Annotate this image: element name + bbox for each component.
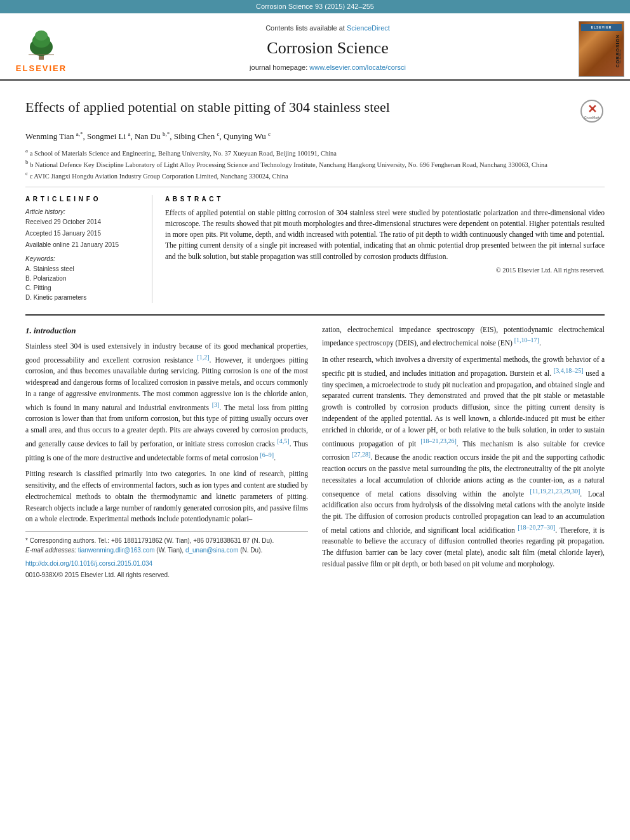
journal-header: ELSEVIER Contents lists available at Sci… — [0, 13, 630, 81]
elsevier-tree-icon — [16, 23, 67, 61]
body-para-1: Stainless steel 304 is used extensively … — [25, 341, 308, 463]
body-para-3: zation, electrochemical impedance spectr… — [322, 324, 605, 349]
online-date: Available online 21 January 2015 — [25, 241, 143, 250]
body-two-col: 1. introduction Stainless steel 304 is u… — [25, 324, 605, 580]
copyright-line: © 2015 Elsevier Ltd. All rights reserved… — [165, 266, 605, 276]
journal-title: Corrosion Science — [267, 37, 388, 60]
issn-line: 0010-938X/© 2015 Elsevier Ltd. All right… — [25, 570, 308, 580]
abstract-title: A B S T R A C T — [165, 195, 605, 204]
footnote-email: E-mail addresses: tianwenming.dlir@163.c… — [25, 545, 308, 555]
footnote-email-label: E-mail addresses: — [25, 547, 76, 554]
body-para-2: Pitting research is classified primarily… — [25, 469, 308, 525]
sciencedirect-link[interactable]: ScienceDirect — [347, 24, 390, 32]
keywords-section: Keywords: A. Stainless steel B. Polariza… — [25, 255, 143, 302]
doi-line: http://dx.doi.org/10.1016/j.corsci.2015.… — [25, 559, 308, 569]
abstract-section: A B S T R A C T Effects of applied poten… — [165, 195, 605, 303]
affiliation-c: c c AVIC Jiangxi Hongdu Aviation Industr… — [25, 170, 605, 181]
body-col-left: 1. introduction Stainless steel 304 is u… — [25, 324, 308, 580]
article-info: A R T I C L E I N F O Article history: R… — [25, 195, 152, 303]
crossmark-circle: ✕ CrossMark — [580, 100, 603, 123]
cover-top-band: ELSEVIER — [581, 24, 622, 31]
article-title-area: Effects of applied potential on stable p… — [25, 98, 605, 124]
received-date: Received 29 October 2014 — [25, 218, 143, 227]
svg-point-3 — [35, 30, 48, 41]
authors-line: Wenming Tian a,*, Songmei Li a, Nan Du b… — [25, 130, 605, 143]
keyword-2: B. Polarization — [25, 274, 143, 283]
footnote-corresponding: * Corresponding authors. Tel.: +86 18811… — [25, 536, 308, 545]
history-label: Article history: — [25, 208, 143, 217]
affiliations: a a School of Materials Science and Engi… — [25, 147, 605, 182]
affiliation-a: a a School of Materials Science and Engi… — [25, 147, 605, 158]
journal-cover-image: ELSEVIER CORROSION SCIENCE — [579, 21, 624, 77]
elsevier-text: ELSEVIER — [16, 63, 67, 74]
keywords-label: Keywords: — [25, 255, 143, 263]
accepted-date: Accepted 15 January 2015 — [25, 229, 143, 238]
body-col-right: zation, electrochemical impedance spectr… — [322, 324, 605, 580]
homepage-link[interactable]: www.elsevier.com/locate/corsci — [309, 63, 406, 71]
crossmark-badge[interactable]: ✕ CrossMark — [579, 98, 605, 124]
email-link-du[interactable]: d_unan@sina.com — [185, 547, 239, 554]
article-title: Effects of applied potential on stable p… — [25, 98, 573, 117]
section-1-heading: 1. introduction — [25, 324, 308, 337]
affiliation-b: b b National Defence Key Discipline Labo… — [25, 158, 605, 170]
doi-link[interactable]: http://dx.doi.org/10.1016/j.corsci.2015.… — [25, 560, 152, 567]
cover-science-label: SCIENCE — [618, 50, 622, 63]
article-body: 1. introduction Stainless steel 304 is u… — [25, 314, 605, 580]
elsevier-logo: ELSEVIER — [16, 23, 67, 74]
journal-homepage-line: journal homepage: www.elsevier.com/locat… — [250, 63, 406, 72]
abstract-text: Effects of applied potential on stable p… — [165, 208, 605, 262]
journal-cover-area: ELSEVIER CORROSION SCIENCE — [573, 18, 630, 79]
article-container: Effects of applied potential on stable p… — [0, 81, 630, 586]
keyword-4: D. Kinetic parameters — [25, 293, 143, 302]
keyword-1: A. Stainless steel — [25, 265, 143, 274]
article-info-title: A R T I C L E I N F O — [25, 195, 143, 204]
top-bar: Corrosion Science 93 (2015) 242–255 — [0, 0, 630, 13]
body-para-4: In other research, which involves a dive… — [322, 354, 605, 570]
journal-citation: Corrosion Science 93 (2015) 242–255 — [256, 3, 374, 10]
crossmark-icon: ✕ — [587, 103, 597, 115]
crossmark-label: CrossMark — [584, 116, 600, 120]
elsevier-logo-area: ELSEVIER — [0, 18, 83, 79]
journal-center: Contents lists available at ScienceDirec… — [83, 18, 573, 79]
footnote-area: * Corresponding authors. Tel.: +86 18811… — [25, 531, 308, 580]
sciencedirect-line: Contents lists available at ScienceDirec… — [265, 23, 390, 33]
email-link-tian[interactable]: tianwenming.dlir@163.com — [78, 547, 155, 554]
info-abstract-row: A R T I C L E I N F O Article history: R… — [25, 187, 605, 303]
keyword-3: C. Pitting — [25, 284, 143, 293]
